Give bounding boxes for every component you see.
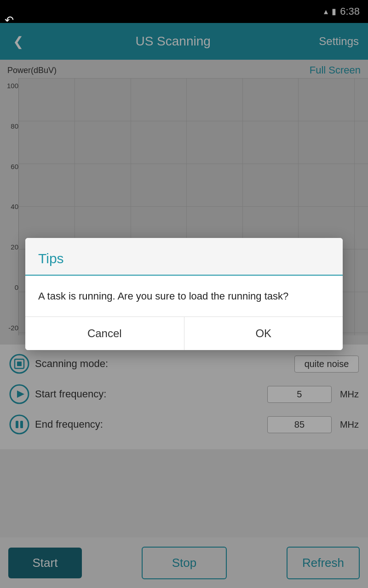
dialog-message: A task is running. Are you sure to load … [38,290,288,302]
ok-button[interactable]: OK [184,317,343,350]
tips-dialog: Tips A task is running. Are you sure to … [25,238,343,350]
dialog-title-area: Tips [25,238,343,276]
dialog-body: A task is running. Are you sure to load … [25,276,343,317]
dialog-title: Tips [38,251,64,266]
dialog-buttons: Cancel OK [25,317,343,350]
dialog-overlay: Tips A task is running. Are you sure to … [0,0,368,588]
cancel-button[interactable]: Cancel [25,317,184,350]
